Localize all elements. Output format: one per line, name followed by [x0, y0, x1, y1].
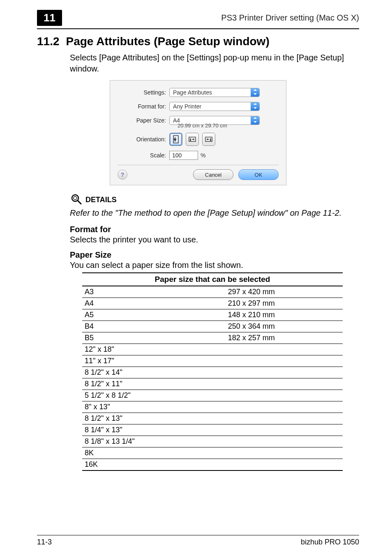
table-row: B4250 x 364 mm: [82, 321, 343, 332]
header-rule: [37, 28, 359, 29]
table-row: A3297 x 420 mm: [82, 286, 343, 298]
section-number: 11.2: [37, 35, 60, 48]
paper-name-cell: A5: [82, 309, 226, 321]
paper-name-cell: B5: [82, 332, 226, 344]
settings-value: Page Attributes: [170, 89, 251, 96]
table-row: 8K: [82, 447, 343, 459]
paper-name-cell: 8" x 13": [82, 401, 226, 413]
paper-dim-cell: [226, 344, 343, 355]
settings-select[interactable]: Page Attributes: [169, 88, 260, 97]
paper-name-cell: 12" x 18": [82, 344, 226, 355]
table-row: B5182 x 257 mm: [82, 332, 343, 344]
svg-rect-9: [210, 139, 211, 141]
paper-dim-cell: [226, 378, 343, 390]
table-row: 5 1/2" x 8 1/2": [82, 390, 343, 401]
format-for-label: Format for:: [118, 103, 169, 110]
portrait-icon: [172, 135, 180, 143]
svg-point-1: [175, 137, 175, 138]
table-row: 12" x 18": [82, 344, 343, 355]
paper-name-cell: A3: [82, 286, 226, 298]
table-row: A4210 x 297 mm: [82, 298, 343, 309]
page-setup-dialog: Settings: Page Attributes Format for: An…: [110, 80, 286, 185]
table-row: 16K: [82, 459, 343, 471]
footer-page: 11-3: [37, 538, 52, 546]
paper-name-cell: 8 1/2" x 14": [82, 367, 226, 378]
paper-name-cell: 8 1/4" x 13": [82, 424, 226, 436]
table-row: 8 1/2" x 14": [82, 367, 343, 378]
paper-dim-cell: 250 x 364 mm: [226, 321, 343, 332]
table-row: A5148 x 210 mm: [82, 309, 343, 321]
details-text: Refer to the "The method to open the [Pa…: [70, 208, 359, 218]
section-intro: Selects [Page Attributes] on the [Settin…: [70, 52, 359, 74]
footer-product: bizhub PRO 1050: [301, 538, 359, 546]
paper-size-label: Paper Size:: [118, 117, 169, 124]
paper-name-cell: 11" x 17": [82, 355, 226, 367]
paper-dim-cell: [226, 367, 343, 378]
orientation-landscape-left-button[interactable]: [186, 133, 199, 146]
paper-name-cell: 8 1/2" x 13": [82, 413, 226, 424]
format-for-body: Selects the printer you want to use.: [70, 235, 359, 244]
paper-dim-cell: [226, 390, 343, 401]
format-for-select[interactable]: Any Printer: [169, 102, 260, 111]
settings-label: Settings:: [118, 89, 169, 96]
paper-size-table-header: Paper size that can be selected: [82, 273, 343, 286]
paper-dim-cell: [226, 436, 343, 447]
help-button[interactable]: ?: [118, 170, 127, 180]
scale-input[interactable]: 100: [169, 151, 198, 160]
magnifier-icon: [70, 193, 82, 207]
paper-dim-cell: 148 x 210 mm: [226, 309, 343, 321]
footer-rule: [37, 535, 359, 535]
orientation-label: Orientation:: [118, 136, 169, 143]
table-row: 8 1/2" x 13": [82, 413, 343, 424]
svg-rect-3: [174, 138, 176, 140]
table-row: 8 1/4" x 13": [82, 424, 343, 436]
ok-button[interactable]: OK: [238, 169, 279, 180]
paper-dim-cell: [226, 355, 343, 367]
header-section-title: PS3 Printer Driver setting (Mac OS X): [221, 13, 359, 23]
table-row: 8" x 13": [82, 401, 343, 413]
paper-size-heading: Paper Size: [70, 250, 359, 260]
paper-dim-cell: 182 x 257 mm: [226, 332, 343, 344]
paper-size-popup-button[interactable]: [251, 116, 259, 125]
table-row: 8 1/8" x 13 1/4": [82, 436, 343, 447]
scale-value: 100: [172, 152, 182, 159]
settings-popup-button[interactable]: [251, 88, 259, 97]
paper-dim-cell: 297 x 420 mm: [226, 286, 343, 298]
paper-dim-cell: [226, 401, 343, 413]
paper-name-cell: 8K: [82, 447, 226, 459]
table-row: 11" x 17": [82, 355, 343, 367]
svg-point-5: [190, 138, 191, 139]
scale-unit: %: [201, 152, 205, 159]
svg-line-12: [78, 201, 81, 204]
section-title: Page Attributes (Page Setup window): [66, 35, 270, 48]
paper-size-intro: You can select a paper size from the lis…: [70, 261, 359, 270]
paper-size-table: Paper size that can be selected A3297 x …: [82, 272, 343, 471]
scale-label: Scale:: [118, 152, 169, 159]
paper-name-cell: 5 1/2" x 8 1/2": [82, 390, 226, 401]
landscape-left-icon: [189, 135, 196, 143]
format-for-value: Any Printer: [170, 103, 251, 110]
svg-point-11: [74, 196, 77, 200]
cancel-button[interactable]: Cancel: [193, 169, 233, 180]
dialog-separator: [118, 165, 279, 165]
paper-name-cell: B4: [82, 321, 226, 332]
paper-name-cell: 8 1/2" x 11": [82, 378, 226, 390]
details-heading: DETAILS: [85, 196, 117, 204]
paper-dim-cell: [226, 424, 343, 436]
format-for-heading: Format for: [70, 225, 359, 234]
orientation-portrait-button[interactable]: [169, 133, 182, 146]
chapter-number-tab: 11: [37, 10, 62, 26]
orientation-landscape-right-button[interactable]: [202, 133, 215, 146]
svg-point-8: [210, 138, 211, 139]
paper-name-cell: A4: [82, 298, 226, 309]
format-for-popup-button[interactable]: [251, 102, 259, 111]
svg-rect-6: [190, 139, 191, 141]
paper-dim-cell: [226, 459, 343, 471]
paper-name-cell: 8 1/8" x 13 1/4": [82, 436, 226, 447]
paper-dim-cell: [226, 447, 343, 459]
ok-button-label: OK: [255, 172, 263, 178]
landscape-right-icon: [205, 135, 212, 143]
cancel-button-label: Cancel: [205, 172, 221, 178]
paper-dim-cell: [226, 413, 343, 424]
help-button-label: ?: [121, 171, 125, 178]
